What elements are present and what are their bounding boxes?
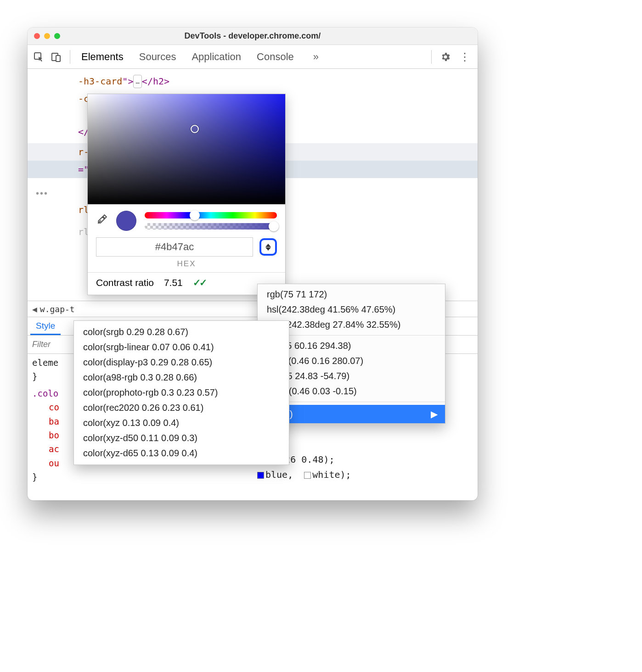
toolbar-divider [431, 50, 432, 64]
content-area: ••• -h3-card">…</h2> -caption"></p> </di… [28, 69, 478, 500]
tab-elements[interactable]: Elements [81, 51, 124, 63]
eyedropper-icon[interactable] [96, 213, 108, 228]
dom-line[interactable]: -h3-card">…</h2> [78, 73, 468, 90]
devtools-window: DevTools - developer.chrome.com/ Element… [28, 28, 478, 500]
menu-item[interactable]: rgb(75 71 172) [258, 287, 445, 302]
hex-input[interactable] [96, 237, 253, 257]
color-swatch-icon[interactable] [257, 472, 264, 479]
zoom-window-icon[interactable] [54, 33, 60, 39]
hue-slider[interactable] [145, 212, 277, 218]
menu-item[interactable]: color(xyz-d65 0.13 0.09 0.4) [74, 446, 289, 461]
color-function-menu: color(srgb 0.29 0.28 0.67) color(srgb-li… [73, 320, 289, 465]
chevron-down-icon [265, 247, 271, 251]
breadcrumb-left-icon[interactable]: ◀ [32, 304, 37, 314]
tab-application[interactable]: Application [191, 51, 241, 63]
contrast-pass-icon: ✓✓ [193, 277, 206, 288]
menu-item[interactable]: color(prophoto-rgb 0.3 0.23 0.57) [74, 385, 289, 400]
hex-label: HEX [88, 259, 285, 272]
submenu-arrow-icon: ▶ [431, 409, 438, 420]
close-window-icon[interactable] [34, 33, 40, 39]
menu-item[interactable]: color(xyz 0.13 0.09 0.4) [74, 415, 289, 431]
panel-tabs: Elements Sources Application Console » [78, 51, 424, 63]
menu-item[interactable]: color(display-p3 0.29 0.28 0.65) [74, 355, 289, 370]
minimize-window-icon[interactable] [44, 33, 50, 39]
alpha-thumb-icon[interactable] [269, 221, 279, 231]
color-swatch-icon[interactable] [304, 472, 311, 479]
kebab-menu-icon[interactable]: ⋮ [456, 50, 473, 63]
more-tabs-icon[interactable]: » [310, 51, 322, 63]
color-format-toggle[interactable] [259, 238, 277, 256]
chevron-up-icon [265, 244, 271, 247]
menu-item[interactable]: color(rec2020 0.26 0.23 0.61) [74, 400, 289, 415]
menu-item[interactable]: color(xyz-d50 0.11 0.09 0.3) [74, 431, 289, 446]
inspect-element-icon[interactable] [32, 50, 45, 63]
svg-rect-2 [56, 56, 60, 62]
toolbar-divider [70, 50, 70, 64]
color-spectrum[interactable] [88, 94, 285, 204]
ellipsis-badge-icon[interactable]: … [133, 75, 141, 88]
menu-item[interactable]: color(srgb 0.29 0.28 0.67) [74, 325, 289, 340]
hue-thumb-icon[interactable] [190, 210, 200, 220]
menu-item[interactable]: hsl(242.38deg 41.56% 47.65%) [258, 302, 445, 317]
titlebar: DevTools - developer.chrome.com/ [28, 28, 478, 45]
css-value-tail: blue, white); [257, 469, 351, 480]
traffic-lights [34, 33, 60, 39]
alpha-slider[interactable] [145, 223, 277, 230]
gear-icon[interactable] [439, 50, 452, 63]
tab-styles[interactable]: Style [30, 318, 61, 335]
menu-item[interactable]: color(srgb-linear 0.07 0.06 0.41) [74, 340, 289, 355]
current-color-swatch [116, 211, 136, 231]
tab-console[interactable]: Console [257, 51, 294, 63]
device-toolbar-icon[interactable] [50, 50, 62, 63]
contrast-row[interactable]: Contrast ratio 7.51 ✓✓ [88, 273, 285, 295]
menu-item[interactable]: color(a98-rgb 0.3 0.28 0.66) [74, 370, 289, 385]
color-picker-popover: HEX Contrast ratio 7.51 ✓✓ [87, 94, 286, 295]
window-title: DevTools - developer.chrome.com/ [28, 31, 478, 41]
tab-sources[interactable]: Sources [139, 51, 176, 63]
breadcrumb-text[interactable]: w.gap-t [40, 304, 75, 314]
devtools-toolbar: Elements Sources Application Console » ⋮ [28, 45, 478, 69]
spectrum-cursor-icon[interactable] [191, 125, 199, 133]
